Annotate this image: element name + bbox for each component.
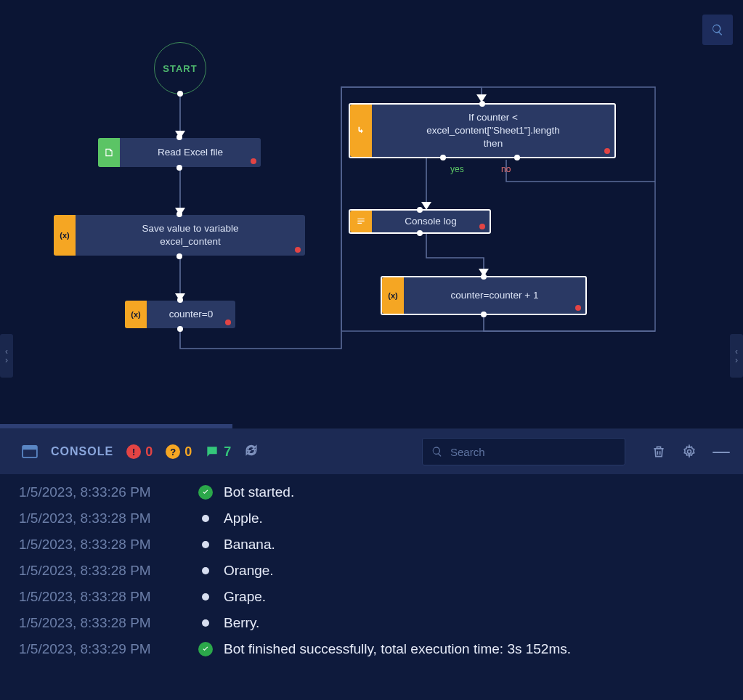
breakpoint-dot-icon — [251, 158, 256, 164]
log-message: Banana. — [224, 537, 275, 553]
breakpoint-dot-icon — [479, 224, 485, 229]
port-icon — [481, 312, 487, 317]
log-timestamp: 1/5/2023, 8:33:28 PM — [19, 510, 187, 526]
log-timestamp: 1/5/2023, 8:33:26 PM — [19, 484, 187, 500]
log-row: 1/5/2023, 8:33:28 PMApple. — [19, 510, 726, 526]
dot-icon — [198, 567, 214, 574]
start-node[interactable]: START — [154, 42, 206, 94]
console-panel: CONSOLE ! 0 ? 0 7 — [0, 428, 743, 700]
console-log-list: 1/5/2023, 8:33:26 PMBot started.1/5/2023… — [0, 474, 743, 664]
check-icon — [198, 485, 214, 500]
port-icon — [176, 165, 182, 171]
variable-icon: (x) — [125, 301, 147, 328]
trash-button[interactable] — [651, 444, 666, 459]
port-icon — [417, 207, 423, 213]
log-message: Berry. — [224, 615, 259, 631]
check-icon — [198, 642, 214, 656]
log-row: 1/5/2023, 8:33:28 PMOrange. — [19, 563, 726, 579]
node-label: Save value to variable excel_content — [142, 222, 239, 248]
log-timestamp: 1/5/2023, 8:33:28 PM — [19, 563, 187, 579]
port-icon — [177, 91, 183, 97]
node-if-condition[interactable]: If counter < excel_content["Sheet1"].len… — [349, 103, 616, 158]
breakpoint-dot-icon — [604, 148, 610, 154]
dot-icon — [198, 515, 214, 522]
port-icon — [177, 297, 183, 303]
warn-count-badge[interactable]: ? 0 — [166, 444, 192, 460]
gear-button[interactable] — [682, 444, 697, 459]
warn-count: 0 — [184, 444, 192, 460]
excel-icon — [98, 138, 120, 167]
start-label: START — [163, 63, 197, 74]
minimize-button[interactable] — [712, 450, 730, 454]
branch-icon — [350, 105, 372, 157]
message-count: 7 — [224, 444, 231, 460]
log-message: Apple. — [224, 510, 263, 526]
dot-icon — [198, 619, 214, 627]
log-timestamp: 1/5/2023, 8:33:28 PM — [19, 537, 187, 553]
node-save-variable[interactable]: (x) Save value to variable excel_content — [54, 215, 305, 256]
node-console-log[interactable]: Console log — [349, 209, 491, 234]
log-row: 1/5/2023, 8:33:26 PMBot started. — [19, 484, 726, 500]
message-count-badge[interactable]: 7 — [205, 444, 231, 460]
port-icon — [177, 326, 183, 332]
edge-label-yes: yes — [450, 164, 464, 174]
left-panel-toggle[interactable]: ‹› — [0, 334, 13, 378]
node-label: counter=0 — [169, 308, 213, 321]
port-icon — [176, 134, 182, 140]
breakpoint-dot-icon — [295, 247, 301, 253]
dot-icon — [198, 541, 214, 548]
variable-icon: (x) — [382, 277, 404, 314]
list-icon — [350, 211, 372, 232]
console-header: CONSOLE ! 0 ? 0 7 — [0, 429, 743, 474]
refresh-button[interactable] — [244, 443, 259, 460]
node-counter-increment[interactable]: (x) counter=counter + 1 — [381, 276, 587, 315]
error-count: 0 — [145, 444, 153, 460]
port-icon — [176, 211, 182, 217]
log-message: Bot started. — [224, 484, 294, 500]
edge-label-no: no — [501, 164, 511, 174]
log-row: 1/5/2023, 8:33:29 PMBot finished success… — [19, 641, 726, 657]
console-search[interactable] — [422, 438, 625, 465]
breakpoint-dot-icon — [575, 305, 581, 311]
console-title: CONSOLE — [51, 445, 113, 458]
port-icon — [481, 274, 487, 280]
log-row: 1/5/2023, 8:33:28 PMBanana. — [19, 537, 726, 553]
node-label: Console log — [405, 215, 456, 228]
log-timestamp: 1/5/2023, 8:33:28 PM — [19, 589, 187, 605]
variable-icon: (x) — [54, 215, 76, 256]
window-icon — [22, 445, 38, 458]
node-read-excel[interactable]: Read Excel file — [98, 138, 261, 167]
port-icon — [417, 230, 423, 236]
node-label: Read Excel file — [158, 146, 223, 159]
port-icon — [176, 253, 182, 259]
log-message: Orange. — [224, 563, 274, 579]
log-message: Bot finished successfully, total executi… — [224, 641, 571, 657]
log-row: 1/5/2023, 8:33:28 PMBerry. — [19, 615, 726, 631]
svg-point-6 — [688, 450, 691, 454]
svg-rect-5 — [23, 446, 37, 449]
port-icon — [479, 101, 485, 107]
dot-icon — [198, 593, 214, 601]
right-panel-toggle[interactable]: ‹› — [730, 334, 743, 378]
port-yes-icon — [440, 155, 446, 160]
console-search-input[interactable] — [450, 446, 616, 458]
log-row: 1/5/2023, 8:33:28 PMGrape. — [19, 589, 726, 605]
log-message: Grape. — [224, 589, 266, 605]
node-label: counter=counter + 1 — [451, 289, 539, 302]
log-timestamp: 1/5/2023, 8:33:28 PM — [19, 615, 187, 631]
error-count-badge[interactable]: ! 0 — [126, 444, 153, 460]
node-label: If counter < excel_content["Sheet1"].len… — [426, 111, 560, 151]
canvas-search-button[interactable] — [702, 15, 733, 45]
port-no-icon — [514, 155, 520, 160]
flow-canvas[interactable]: ‹› ‹› START Read Excel file — [0, 0, 743, 425]
log-timestamp: 1/5/2023, 8:33:29 PM — [19, 641, 187, 657]
node-counter-init[interactable]: (x) counter=0 — [125, 301, 235, 328]
breakpoint-dot-icon — [225, 320, 231, 325]
